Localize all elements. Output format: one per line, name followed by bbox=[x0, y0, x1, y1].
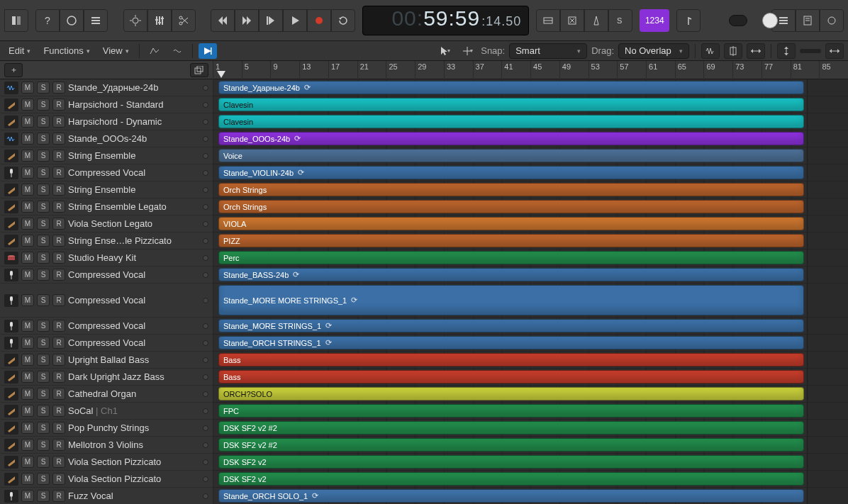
arrange-lane[interactable]: Stande_MORE STRINGS_1⟳ bbox=[213, 318, 848, 335]
audio-region[interactable]: Stande_Ударные-24b⟳ bbox=[218, 81, 804, 94]
solo-button[interactable]: S bbox=[37, 82, 50, 94]
input-button[interactable]: R bbox=[52, 150, 65, 162]
solo-button[interactable]: S bbox=[37, 354, 50, 366]
audio-region[interactable]: Stande_MORE STRINGS_1⟳ bbox=[218, 319, 804, 332]
track-name-label[interactable]: Harpsichord - Standard bbox=[68, 99, 200, 110]
arrange-lane[interactable]: Voice bbox=[213, 147, 848, 164]
track-color-dot[interactable] bbox=[203, 238, 208, 244]
input-button[interactable]: R bbox=[52, 218, 65, 230]
arrange-lane[interactable]: Stande_ORCH STRINGS_1⟳ bbox=[213, 335, 848, 352]
track-color-dot[interactable] bbox=[203, 476, 208, 482]
rewind-button[interactable] bbox=[211, 9, 235, 32]
vertical-autozoom-icon[interactable] bbox=[724, 43, 742, 59]
tuner-button[interactable] bbox=[676, 9, 701, 32]
mute-button[interactable]: M bbox=[21, 269, 34, 281]
solo-button[interactable]: S bbox=[37, 371, 50, 383]
input-button[interactable]: R bbox=[52, 99, 65, 111]
arrange-lane[interactable]: Stande_BASS-24b⟳ bbox=[213, 267, 848, 284]
bar-ruler[interactable]: 1591317212529333741454953576165697377818… bbox=[213, 61, 848, 79]
count-in-button[interactable]: 1234 bbox=[640, 9, 669, 32]
track-name-label[interactable]: Compressed Vocal bbox=[68, 295, 200, 306]
mute-button[interactable]: M bbox=[21, 116, 34, 128]
track-color-dot[interactable] bbox=[203, 425, 208, 431]
arrange-lane[interactable]: DSK SF2 v2 #2 bbox=[213, 437, 848, 454]
arrange-lane[interactable]: Stande_OOOs-24b⟳ bbox=[213, 130, 848, 147]
arrange-lane[interactable]: Clavesin bbox=[213, 96, 848, 113]
track-row[interactable]: MSRStande_OOOs-24b bbox=[0, 130, 213, 147]
track-color-dot[interactable] bbox=[203, 204, 208, 210]
track-row[interactable]: MSRCompressed Vocal bbox=[0, 267, 213, 284]
solo-button[interactable]: S bbox=[37, 388, 50, 400]
cycle-button[interactable] bbox=[331, 9, 355, 32]
transport-display[interactable]: 00: 59:59 :14.50 bbox=[362, 6, 529, 35]
mute-button[interactable]: M bbox=[21, 294, 34, 306]
track-color-dot[interactable] bbox=[203, 459, 208, 465]
arrange-lane[interactable]: PIZZ bbox=[213, 233, 848, 250]
track-name-label[interactable]: Mellotron 3 Violins bbox=[68, 439, 200, 450]
track-row[interactable]: MSRCompressed Vocal bbox=[0, 284, 213, 318]
arrange-lane[interactable]: Clavesin bbox=[213, 113, 848, 130]
help-button[interactable]: ? bbox=[35, 9, 60, 32]
track-name-label[interactable]: String Ensemble bbox=[68, 184, 200, 195]
arrange-area[interactable]: Stande_Ударные-24b⟳ClavesinClavesinStand… bbox=[213, 79, 848, 504]
track-name-label[interactable]: Compressed Vocal bbox=[68, 337, 200, 348]
track-name-label[interactable]: Harpsichord - Dynamic bbox=[68, 116, 200, 127]
track-name-label[interactable]: Cathedral Organ bbox=[68, 388, 200, 399]
input-button[interactable]: R bbox=[52, 184, 65, 196]
stop-go-to-start-button[interactable] bbox=[259, 9, 283, 32]
mute-button[interactable]: M bbox=[21, 456, 34, 468]
track-row[interactable]: MSRCompressed Vocal bbox=[0, 335, 213, 352]
track-row[interactable]: MSRViola Section Legato bbox=[0, 215, 213, 233]
track-color-dot[interactable] bbox=[203, 323, 208, 329]
track-name-label[interactable]: Upright Ballad Bass bbox=[68, 354, 200, 365]
mute-button[interactable]: M bbox=[21, 82, 34, 94]
forward-button[interactable] bbox=[235, 9, 259, 32]
track-color-dot[interactable] bbox=[203, 102, 208, 108]
track-name-label[interactable]: String Ensemble bbox=[68, 150, 200, 161]
track-color-dot[interactable] bbox=[203, 187, 208, 193]
track-name-label[interactable]: Studio Heavy Kit bbox=[68, 252, 200, 263]
track-color-dot[interactable] bbox=[203, 272, 208, 278]
input-button[interactable]: R bbox=[52, 269, 65, 281]
autopunch-button[interactable] bbox=[560, 9, 584, 32]
track-color-dot[interactable] bbox=[203, 493, 208, 499]
solo-button[interactable]: S bbox=[37, 218, 50, 230]
audio-region[interactable]: DSK SF2 v2 #2 bbox=[218, 438, 804, 452]
audio-region[interactable]: DSK SF2 v2 bbox=[218, 472, 804, 486]
track-row[interactable]: MSRString Ensemble Legato bbox=[0, 198, 213, 215]
input-button[interactable]: R bbox=[52, 439, 65, 451]
track-color-dot[interactable] bbox=[203, 85, 208, 91]
vertical-zoom-slider[interactable] bbox=[800, 49, 821, 53]
audio-region[interactable]: Bass bbox=[218, 353, 804, 366]
track-color-dot[interactable] bbox=[203, 408, 208, 414]
loop-browser-button[interactable] bbox=[820, 9, 844, 32]
audio-region[interactable]: DSK SF2 v2 #2 bbox=[218, 421, 804, 435]
input-button[interactable]: R bbox=[52, 320, 65, 332]
drag-dropdown[interactable]: No Overlap ▾ bbox=[618, 43, 689, 59]
scissors-icon[interactable] bbox=[172, 9, 196, 32]
quicktools-button[interactable] bbox=[60, 9, 84, 32]
track-row[interactable]: MSRHarpsichord - Dynamic bbox=[0, 113, 213, 130]
track-row[interactable]: MSRFuzz Vocal bbox=[0, 488, 213, 504]
track-color-dot[interactable] bbox=[203, 221, 208, 227]
track-color-dot[interactable] bbox=[203, 136, 208, 142]
track-color-dot[interactable] bbox=[203, 442, 208, 448]
mute-button[interactable]: M bbox=[21, 150, 34, 162]
solo-button[interactable]: S bbox=[37, 439, 50, 451]
solo-button[interactable]: S bbox=[37, 456, 50, 468]
track-color-dot[interactable] bbox=[203, 255, 208, 261]
track-name-label[interactable]: Pop Punchy Strings bbox=[68, 422, 200, 433]
track-name-label[interactable]: Compressed Vocal bbox=[68, 320, 200, 331]
mute-button[interactable]: M bbox=[21, 405, 34, 417]
playhead-icon[interactable] bbox=[217, 71, 225, 78]
flex-icon[interactable] bbox=[168, 43, 186, 59]
solo-button[interactable]: S bbox=[37, 235, 50, 247]
track-row[interactable]: MSRPop Punchy Strings bbox=[0, 420, 213, 437]
mute-button[interactable]: M bbox=[21, 320, 34, 332]
track-name-label[interactable]: Compressed Vocal bbox=[68, 269, 200, 280]
solo-button[interactable]: S bbox=[37, 269, 50, 281]
track-color-dot[interactable] bbox=[203, 298, 208, 303]
arrange-lane[interactable]: Bass bbox=[213, 369, 848, 386]
duplicate-track-button[interactable] bbox=[190, 63, 208, 77]
track-row[interactable]: MSRUpright Ballad Bass bbox=[0, 352, 213, 369]
